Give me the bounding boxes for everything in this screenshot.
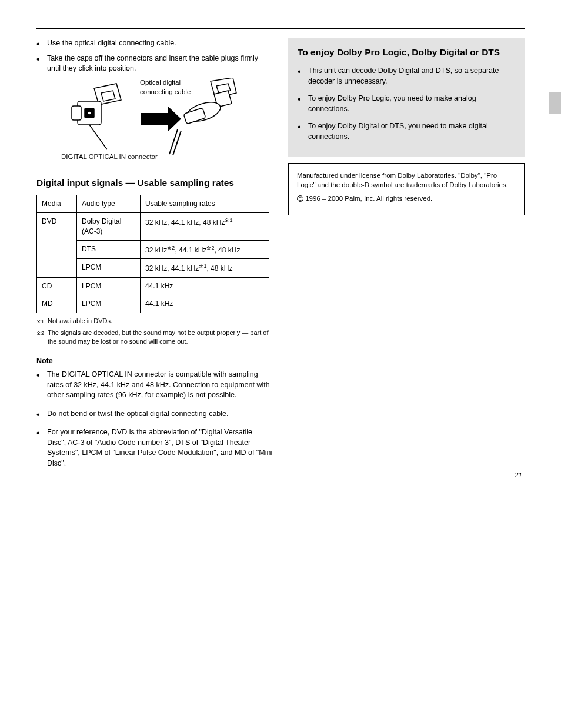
- cell-cd-lpcm: LPCM: [77, 278, 141, 295]
- illustration-label-b: Optical digital connecting cable: [140, 78, 199, 97]
- page-content: Use the optical digital connecting cable…: [0, 0, 561, 500]
- enjoy-item: This unit can decode Dolby Digital and D…: [298, 66, 516, 87]
- shaded-box: To enjoy Dolby Pro Logic, Dolby Digital …: [288, 38, 525, 157]
- cell-cd: CD: [37, 278, 77, 295]
- sampling-table: Media Audio type Usable sampling rates D…: [36, 195, 269, 313]
- left-column: Use the optical digital connecting cable…: [36, 38, 273, 477]
- svg-rect-5: [183, 108, 206, 124]
- svg-rect-1: [72, 106, 81, 120]
- footnote-1: ※1 Not available in DVDs.: [36, 317, 273, 326]
- cell-md-rate: 44.1 kHz: [141, 295, 269, 313]
- intro-bullets: Use the optical digital connecting cable…: [36, 38, 273, 172]
- top-rule: [36, 28, 525, 29]
- note-list: The DIGITAL OPTICAL IN connector is comp…: [36, 370, 273, 468]
- trademark-text: Manufactured under license from Dolby La…: [297, 171, 516, 190]
- cell-dolby: Dolby Digital (AC-3): [77, 212, 141, 240]
- enjoy-item: To enjoy Dolby Pro Logic, you need to ma…: [298, 94, 516, 114]
- note-block: Note The DIGITAL OPTICAL IN connector is…: [36, 356, 273, 469]
- copyright-text: 1996 – 2000 Palm, Inc. All rights reserv…: [305, 195, 432, 202]
- note-item: The DIGITAL OPTICAL IN connector is comp…: [36, 370, 273, 401]
- cell-rate3: 32 kHz, 44.1 kHz※1, 48 kHz: [141, 259, 269, 278]
- cell-rate2: 32 kHz※2, 44.1 kHz※2, 48 kHz: [141, 240, 269, 259]
- illustration-label-a: DIGITAL OPTICAL IN connector: [61, 152, 158, 161]
- th-audio: Audio type: [77, 195, 141, 213]
- enjoy-item: To enjoy Dolby Digital or DTS, you need …: [298, 121, 516, 142]
- illustration: DIGITAL OPTICAL IN connector Optical dig…: [53, 78, 273, 172]
- page-number: 21: [515, 470, 522, 480]
- note-item: For your reference, DVD is the abbreviat…: [36, 427, 273, 468]
- bullet-caps: Take the caps off the connectors and ins…: [36, 54, 273, 172]
- cell-dts: DTS: [77, 240, 141, 259]
- right-column: To enjoy Dolby Pro Logic, Dolby Digital …: [288, 38, 525, 215]
- table-row: CD LPCM 44.1 kHz: [37, 278, 269, 295]
- copyright-line: C 1996 – 2000 Palm, Inc. All rights rese…: [297, 194, 516, 203]
- enjoy-heading: To enjoy Dolby Pro Logic, Dolby Digital …: [298, 46, 516, 58]
- bullet-caps-text: Take the caps off the connectors and ins…: [47, 54, 258, 73]
- enjoy-list: This unit can decode Dolby Digital and D…: [298, 66, 516, 142]
- trademark-box: Manufactured under license from Dolby La…: [288, 163, 525, 215]
- note-title: Note: [36, 356, 273, 367]
- footnote-2-text: The signals are decoded, but the sound m…: [48, 328, 273, 347]
- cell-rate1: 32 kHz, 44.1 kHz, 48 kHz※1: [141, 212, 269, 240]
- footnote-2: ※2 The signals are decoded, but the soun…: [36, 328, 273, 347]
- table-row: MD LPCM 44.1 kHz: [37, 295, 269, 313]
- cell-md: MD: [37, 295, 77, 313]
- note-item: Do not bend or twist the optical digital…: [36, 409, 273, 420]
- cell-cd-rate: 44.1 kHz: [141, 278, 269, 295]
- th-rates: Usable sampling rates: [141, 195, 269, 213]
- arrow-icon: [141, 106, 181, 132]
- label-cable: Optical digital connecting cable: [140, 79, 191, 95]
- cell-md-lpcm: LPCM: [77, 295, 141, 313]
- th-media: Media: [37, 195, 77, 213]
- sampling-title: Digital input signals — Usable sampling …: [36, 177, 273, 190]
- table-header-row: Media Audio type Usable sampling rates: [37, 195, 269, 213]
- footnote-1-text: Not available in DVDs.: [48, 317, 273, 326]
- label-connector: DIGITAL OPTICAL IN connector: [61, 153, 158, 160]
- cell-lpcm: LPCM: [77, 259, 141, 278]
- cell-dvd: DVD: [37, 212, 77, 277]
- bullet-cable: Use the optical digital connecting cable…: [36, 38, 273, 49]
- footnotes: ※1 Not available in DVDs. ※2 The signals…: [36, 317, 273, 347]
- svg-point-3: [88, 111, 91, 115]
- table-row: DVD Dolby Digital (AC-3) 32 kHz, 44.1 kH…: [37, 212, 269, 240]
- copyright-icon: C: [297, 195, 303, 202]
